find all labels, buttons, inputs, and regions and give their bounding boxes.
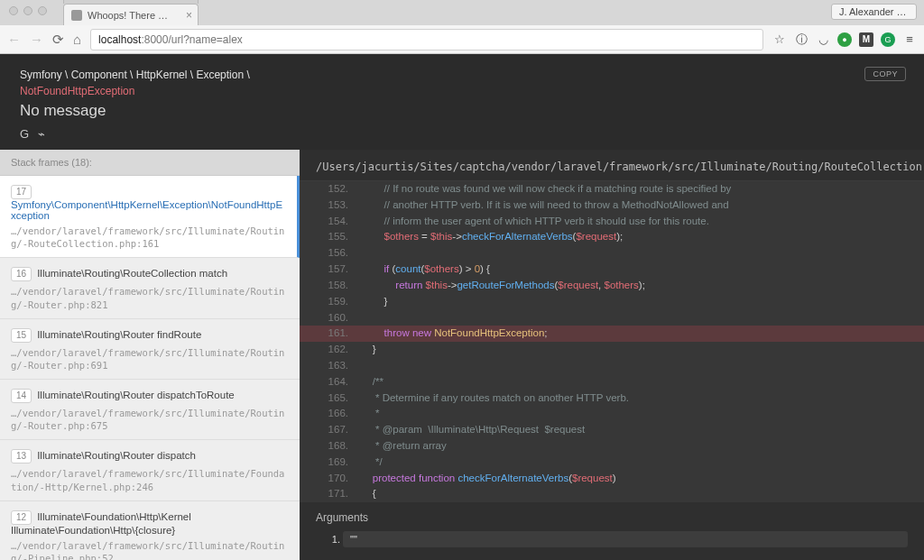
address-path: /url?name=alex: [168, 33, 242, 46]
frame-path: …/vendor/laravel/framework/src/Illuminat…: [11, 346, 289, 372]
profile-button[interactable]: J. Alexander C...: [831, 4, 917, 20]
tab-close-icon[interactable]: ×: [186, 9, 192, 22]
line-content: * @param \Illuminate\Http\Request $reque…: [361, 422, 924, 438]
line-content: // inform the user agent of which HTTP v…: [361, 214, 924, 230]
frame-title: Illuminate\Routing\RouteCollection match: [37, 268, 227, 279]
code-panel[interactable]: /Users/jacurtis/Sites/captcha/vendor/lar…: [300, 150, 924, 560]
code-line: 158. return $this->getRouteForMethods($r…: [300, 278, 924, 294]
arguments-list: "": [343, 531, 908, 547]
code-line: 155. $others = $this->checkForAlternateV…: [300, 229, 924, 245]
line-content: *: [361, 406, 924, 422]
stack-frame[interactable]: 15Illuminate\Routing\Router findRoute…/v…: [0, 319, 300, 380]
address-bar[interactable]: localhost:8000/url?name=alex: [90, 29, 763, 50]
frame-title: Illuminate\Foundation\Http\Kernel Illumi…: [11, 511, 191, 536]
stack-frame[interactable]: 16Illuminate\Routing\RouteCollection mat…: [0, 258, 300, 318]
menu-icon[interactable]: ≡: [902, 32, 917, 47]
stack-frame[interactable]: 14Illuminate\Routing\Router dispatchToRo…: [0, 380, 300, 440]
line-content: // If no route was found we will now che…: [361, 181, 924, 197]
line-number: 170.: [300, 471, 361, 487]
stack-frames-header: Stack frames (18):: [0, 150, 300, 176]
code-line: 152. // If no route was found we will no…: [300, 181, 924, 197]
line-number: 164.: [300, 374, 361, 390]
line-content: [361, 310, 924, 326]
grammarly-icon[interactable]: G: [881, 32, 895, 47]
frame-number: 14: [11, 389, 32, 403]
frame-path: …/vendor/laravel/framework/src/Illuminat…: [11, 539, 289, 560]
copy-button[interactable]: COPY: [864, 67, 906, 81]
line-content: protected function checkForAlternateVerb…: [361, 471, 924, 487]
exception-class: NotFoundHttpException: [20, 85, 134, 97]
line-content: throw new NotFoundHttpException;: [361, 326, 924, 342]
code-line: 166. *: [300, 406, 924, 422]
minimize-window-icon[interactable]: [23, 6, 32, 15]
frame-path: …/vendor/laravel/framework/src/Illuminat…: [11, 285, 289, 310]
argument-item: "": [343, 531, 908, 547]
code-line: 171. {: [300, 486, 924, 502]
home-icon[interactable]: ⌂: [73, 32, 81, 47]
browser-toolbar: ← → ⟳ ⌂ localhost:8000/url?name=alex ☆ ⓘ…: [0, 25, 924, 54]
reload-icon[interactable]: ⟳: [52, 32, 64, 48]
browser-tab[interactable]: Whoops! There was an err×: [63, 4, 199, 25]
window-controls: [9, 6, 47, 15]
frame-number: 13: [11, 449, 32, 464]
line-content: */: [361, 454, 924, 471]
google-search-icon[interactable]: G: [20, 127, 29, 141]
arguments-section: Arguments "": [300, 502, 924, 560]
line-content: /**: [361, 374, 924, 390]
forward-icon[interactable]: →: [30, 32, 43, 47]
line-content: [361, 245, 924, 262]
stack-frame[interactable]: 17Symfony\Component\HttpKernel\Exception…: [0, 176, 300, 258]
stack-frame[interactable]: 12Illuminate\Foundation\Http\Kernel Illu…: [0, 501, 300, 560]
line-content: // another HTTP verb. If it is we will n…: [361, 197, 924, 214]
frame-number: 15: [11, 328, 32, 343]
back-icon[interactable]: ←: [7, 32, 21, 47]
frame-number: 16: [11, 267, 32, 281]
line-content: [361, 358, 924, 374]
frame-path: …/vendor/laravel/framework/src/Illuminat…: [11, 225, 286, 250]
line-content: {: [361, 486, 924, 502]
frame-path: …/vendor/laravel/framework/src/Illuminat…: [11, 407, 289, 432]
line-content: * Determine if any routes match on anoth…: [361, 390, 924, 407]
line-number: 167.: [300, 422, 361, 438]
code-line: 168. * @return array: [300, 438, 924, 454]
extension-m-icon[interactable]: M: [859, 32, 873, 47]
line-content: }: [361, 294, 924, 310]
code-line: 165. * Determine if any routes match on …: [300, 390, 924, 407]
tab-favicon-icon: [71, 10, 82, 21]
close-window-icon[interactable]: [9, 6, 18, 15]
line-number: 154.: [300, 214, 361, 230]
line-number: 166.: [300, 406, 361, 422]
stack-frames-list[interactable]: 17Symfony\Component\HttpKernel\Exception…: [0, 176, 300, 560]
line-number: 152.: [300, 181, 361, 197]
stack-frames-panel: Stack frames (18): 17Symfony\Component\H…: [0, 150, 300, 560]
code-line: 153. // another HTTP verb. If it is we w…: [300, 197, 924, 214]
line-number: 161.: [300, 326, 361, 342]
code-line: 160.: [300, 310, 924, 326]
line-number: 169.: [300, 454, 361, 471]
stack-frame[interactable]: 13Illuminate\Routing\Router dispatch…/ve…: [0, 440, 300, 500]
star-icon[interactable]: ☆: [772, 32, 787, 47]
stackoverflow-icon[interactable]: ⌁: [38, 127, 45, 141]
line-content: if (count($others) > 0) {: [361, 262, 924, 278]
line-number: 168.: [300, 438, 361, 454]
address-port: :8000: [141, 33, 168, 46]
browser-tab-strip: filp/whoops - Packagist×Whoops! There wa…: [0, 0, 924, 25]
line-content: return $this->getRouteForMethods($reques…: [361, 278, 924, 294]
zoom-window-icon[interactable]: [38, 6, 47, 15]
code-line: 170. protected function checkForAlternat…: [300, 471, 924, 487]
line-number: 162.: [300, 342, 361, 358]
line-content: }: [361, 342, 924, 358]
address-host: localhost: [98, 33, 141, 46]
tab-title: Whoops! There was an err: [88, 10, 174, 21]
extension-circle-icon[interactable]: ●: [837, 32, 852, 47]
pocket-icon[interactable]: ◡: [816, 32, 830, 47]
line-number: 159.: [300, 294, 361, 310]
exception-namespace: Symfony \ Component \ HttpKernel \ Excep…: [20, 67, 250, 99]
info-icon[interactable]: ⓘ: [794, 32, 808, 47]
code-line: 159. }: [300, 294, 924, 310]
code-line: 156.: [300, 245, 924, 262]
frame-title: Illuminate\Routing\Router dispatchToRout…: [37, 390, 235, 400]
code-line: 157. if (count($others) > 0) {: [300, 262, 924, 278]
line-number: 153.: [300, 197, 361, 214]
code-line: 167. * @param \Illuminate\Http\Request $…: [300, 422, 924, 438]
